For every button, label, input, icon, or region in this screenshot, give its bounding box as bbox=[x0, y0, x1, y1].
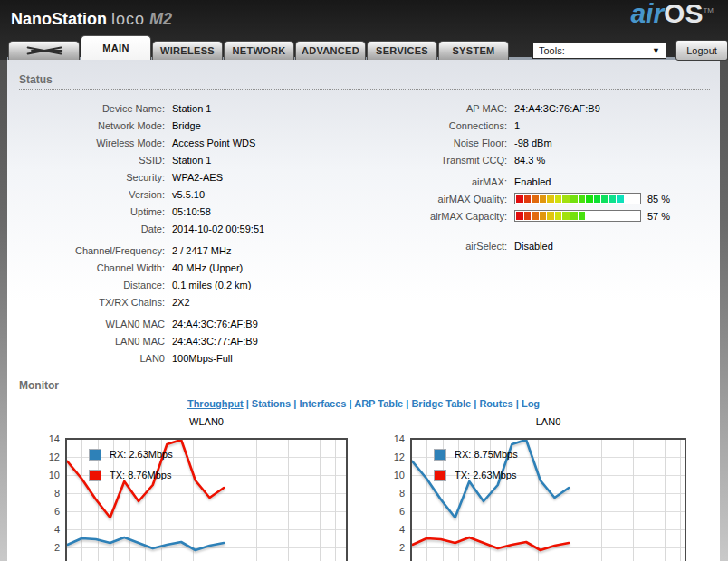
bar-segment bbox=[562, 212, 570, 220]
bar-segment bbox=[632, 195, 639, 203]
legend-item: RX: 2.63Mbps bbox=[89, 448, 173, 461]
bar-segment bbox=[555, 212, 562, 220]
monitor-link-routes[interactable]: Routes bbox=[479, 398, 512, 409]
legend-label: TX: 8.76Mbps bbox=[110, 470, 171, 480]
status-row: airMAX Capacity:57 % bbox=[362, 207, 710, 224]
y-tick-label: 8 bbox=[34, 488, 60, 499]
status-value: 2 / 2417 MHz bbox=[172, 245, 231, 256]
legend-label: RX: 2.63Mbps bbox=[110, 449, 173, 460]
bar-segment bbox=[540, 212, 547, 220]
bar-segment bbox=[532, 212, 539, 220]
logout-button[interactable]: Logout bbox=[675, 40, 728, 61]
monitor-link-stations[interactable]: Stations bbox=[252, 398, 291, 409]
status-row: Version:v5.5.10 bbox=[19, 185, 354, 203]
status-label: Channel/Frequency: bbox=[19, 245, 165, 256]
status-value: 0.1 miles (0.2 km) bbox=[172, 280, 251, 290]
status-row: TX/RX Chains:2X2 bbox=[19, 293, 354, 310]
status-value: 24:A4:3C:76:AF:B9 bbox=[172, 319, 258, 329]
bar-segment bbox=[632, 212, 639, 220]
bar-segment bbox=[579, 212, 586, 220]
legend-item: RX: 8.75Mbps bbox=[434, 448, 518, 461]
legend-swatch bbox=[89, 470, 101, 481]
status-row: Uptime:05:10:58 bbox=[19, 203, 354, 220]
status-value: 2014-10-02 00:59:51 bbox=[172, 223, 264, 234]
status-value: Station 1 bbox=[172, 155, 211, 166]
status-label: LAN0 bbox=[19, 353, 165, 364]
y-tick-label: 6 bbox=[379, 506, 405, 517]
status-row: WLAN0 MAC24:A4:3C:76:AF:B9 bbox=[19, 315, 354, 332]
bar-segment bbox=[547, 195, 554, 203]
monitor-link-bridge-table[interactable]: Bridge Table bbox=[411, 398, 471, 409]
device-logo: NanoStation loco M2 bbox=[11, 10, 172, 29]
bar-segment bbox=[562, 195, 570, 203]
status-row: LAN0 MAC24:A4:3C:77:AF:B9 bbox=[19, 332, 354, 349]
status-label: Wireless Mode: bbox=[19, 138, 165, 148]
y-tick-label: 14 bbox=[34, 433, 60, 444]
status-label: airMAX Quality: bbox=[362, 194, 507, 204]
y-tick-label: 4 bbox=[34, 524, 60, 535]
status-value: 1 bbox=[514, 120, 520, 131]
wlan0-throughput-chart: RX: 2.63MbpsTX: 8.76Mbps bbox=[65, 438, 348, 561]
legend-swatch bbox=[434, 449, 446, 461]
logo-brand: NanoStation bbox=[11, 10, 107, 28]
status-label: airSelect: bbox=[362, 241, 507, 252]
bar-segment bbox=[570, 195, 578, 203]
status-label: airMAX Capacity: bbox=[362, 211, 507, 222]
status-value: Access Point WDS bbox=[172, 138, 255, 148]
status-row: Wireless Mode:Access Point WDS bbox=[19, 134, 354, 151]
y-tick-label: 10 bbox=[379, 470, 405, 480]
legend-swatch bbox=[434, 470, 446, 481]
status-value: Station 1 bbox=[172, 103, 211, 114]
status-label: TX/RX Chains: bbox=[19, 297, 165, 308]
status-row: Transmit CCQ:84.3 % bbox=[362, 151, 710, 168]
status-value: 84.3 % bbox=[514, 155, 545, 166]
tab-system[interactable]: SYSTEM bbox=[438, 41, 509, 60]
tab-advanced[interactable]: ADVANCED bbox=[295, 41, 366, 60]
bar-segment bbox=[516, 195, 523, 203]
status-value: 24:A4:3C:77:AF:B9 bbox=[172, 336, 258, 347]
status-label: Security: bbox=[19, 172, 165, 183]
bar-segment bbox=[532, 195, 539, 203]
y-tick-label: 14 bbox=[379, 433, 405, 444]
y-tick-label: 12 bbox=[379, 452, 405, 462]
monitor-link-throughput[interactable]: Throughput bbox=[187, 398, 244, 409]
series-line bbox=[68, 537, 225, 550]
status-row: AP MAC:24:A4:3C:76:AF:B9 bbox=[362, 100, 710, 117]
airos-logo-tm: TM bbox=[703, 6, 714, 14]
series-line bbox=[413, 537, 570, 550]
tab-wireless[interactable]: WIRELESS bbox=[152, 41, 223, 60]
tab-home-icon[interactable] bbox=[8, 41, 80, 60]
monitor-link-log[interactable]: Log bbox=[522, 398, 540, 409]
status-row: Date:2014-10-02 00:59:51 bbox=[19, 220, 354, 237]
y-tick-label: 4 bbox=[379, 524, 405, 535]
bar-segment bbox=[617, 212, 624, 220]
y-tick-label: 2 bbox=[379, 542, 405, 553]
status-row: airMAX Quality:85 % bbox=[362, 190, 710, 207]
status-label: SSID: bbox=[19, 155, 165, 166]
link-separator: | bbox=[244, 398, 252, 409]
bar-segment bbox=[617, 195, 624, 203]
status-value: v5.5.10 bbox=[172, 189, 205, 200]
legend-label: RX: 8.75Mbps bbox=[455, 449, 518, 460]
tab-main[interactable]: MAIN bbox=[81, 35, 151, 60]
bar-segment bbox=[594, 195, 601, 203]
tab-network[interactable]: NETWORK bbox=[224, 41, 294, 60]
bar-segment bbox=[625, 195, 632, 203]
airos-logo-os: OS bbox=[664, 0, 703, 28]
status-label: Noise Floor: bbox=[362, 138, 507, 148]
status-row: Network Mode:Bridge bbox=[19, 117, 354, 134]
monitor-link-arp-table[interactable]: ARP Table bbox=[354, 398, 403, 409]
bar-segment bbox=[524, 212, 532, 220]
bar-segment bbox=[586, 212, 593, 220]
tab-services[interactable]: SERVICES bbox=[367, 41, 437, 60]
y-tick-label: 8 bbox=[379, 488, 405, 499]
y-tick-label: 6 bbox=[34, 506, 60, 517]
monitor-link-interfaces[interactable]: Interfaces bbox=[299, 398, 346, 409]
status-label: Date: bbox=[19, 223, 165, 234]
monitor-links: Throughput | Stations | Interfaces | ARP… bbox=[7, 398, 720, 409]
legend-label: TX: 2.63Mbps bbox=[455, 470, 516, 480]
chevron-down-icon: ▼ bbox=[652, 46, 660, 55]
tools-dropdown[interactable]: Tools: ▼ bbox=[532, 42, 666, 59]
status-value: 24:A4:3C:76:AF:B9 bbox=[514, 103, 600, 114]
bar-segment bbox=[570, 212, 578, 220]
